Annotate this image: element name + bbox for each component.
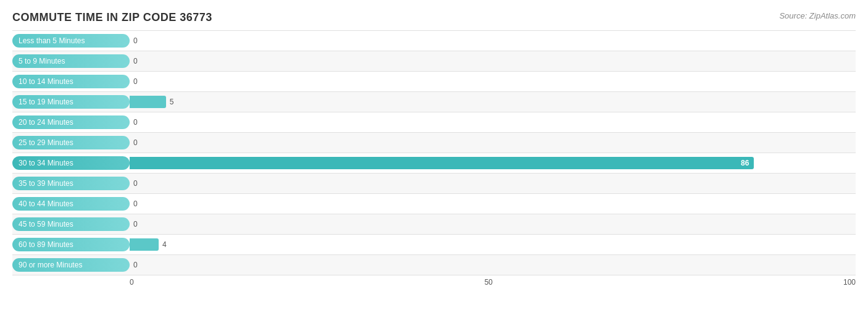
bar-row: 60 to 89 Minutes4 — [12, 235, 856, 255]
bar-value-outside: 0 — [133, 179, 138, 188]
bar-row: 15 to 19 Minutes5 — [12, 92, 856, 112]
bar-track: 0 — [130, 51, 856, 71]
bar-value-outside: 0 — [133, 77, 138, 86]
bar-label: 40 to 44 Minutes — [12, 197, 130, 211]
bar-label: 45 to 59 Minutes — [12, 217, 130, 231]
bar-track: 86 — [130, 153, 856, 173]
chart-title: COMMUTE TIME IN ZIP CODE 36773 — [12, 11, 856, 24]
bar-label: 30 to 34 Minutes — [12, 156, 130, 170]
x-axis-label: 100 — [843, 278, 856, 287]
bar-value-outside: 4 — [162, 240, 167, 249]
bar-value-outside: 0 — [133, 57, 138, 65]
bar-label: Less than 5 Minutes — [12, 34, 130, 48]
bar-value-outside: 0 — [133, 118, 138, 127]
bar-value-outside: 0 — [133, 36, 138, 45]
bar-row: 5 to 9 Minutes0 — [12, 51, 856, 72]
bar-value-outside: 0 — [133, 199, 138, 208]
bar-row: 90 or more Minutes0 — [12, 255, 856, 275]
source-label: Source: ZipAtlas.com — [779, 11, 856, 20]
bar-value-outside: 0 — [133, 220, 138, 229]
bar-track: 0 — [130, 174, 856, 193]
bar-track: 0 — [130, 194, 856, 214]
x-axis: 050100 — [12, 275, 856, 287]
x-axis-label: 50 — [485, 278, 493, 287]
bar-label: 25 to 29 Minutes — [12, 136, 130, 149]
bar-value-outside: 0 — [133, 138, 138, 147]
bar-row: Less than 5 Minutes0 — [12, 30, 856, 51]
bar-track: 0 — [130, 133, 856, 153]
bar-label: 60 to 89 Minutes — [12, 238, 130, 251]
bar-track: 0 — [130, 72, 856, 91]
bar-label: 15 to 19 Minutes — [12, 95, 130, 109]
bars-wrapper: Less than 5 Minutes05 to 9 Minutes010 to… — [12, 30, 856, 275]
bar-track: 4 — [130, 235, 856, 254]
bar-row: 30 to 34 Minutes86 — [12, 153, 856, 174]
bar-fill: 86 — [130, 157, 754, 169]
bar-label: 20 to 24 Minutes — [12, 115, 130, 129]
bar-label: 35 to 39 Minutes — [12, 177, 130, 190]
bar-row: 40 to 44 Minutes0 — [12, 194, 856, 214]
bar-row: 10 to 14 Minutes0 — [12, 72, 856, 92]
bar-track: 0 — [130, 112, 856, 132]
bar-label: 5 to 9 Minutes — [12, 54, 130, 68]
bar-track: 5 — [130, 92, 856, 112]
chart-container: COMMUTE TIME IN ZIP CODE 36773 Source: Z… — [0, 0, 868, 323]
bar-track: 0 — [130, 31, 856, 51]
bar-row: 35 to 39 Minutes0 — [12, 174, 856, 194]
bar-row: 45 to 59 Minutes0 — [12, 214, 856, 235]
bar-label: 90 or more Minutes — [12, 258, 130, 272]
bar-row: 25 to 29 Minutes0 — [12, 133, 856, 153]
x-axis-label: 0 — [130, 278, 134, 287]
bar-label: 10 to 14 Minutes — [12, 75, 130, 88]
bar-value-outside: 0 — [133, 261, 138, 269]
bar-value-outside: 5 — [170, 98, 174, 106]
bar-track: 0 — [130, 214, 856, 234]
chart-area: Less than 5 Minutes05 to 9 Minutes010 to… — [12, 30, 856, 287]
bar-track: 0 — [130, 255, 856, 275]
x-axis-labels: 050100 — [130, 278, 856, 287]
bar-value: 86 — [741, 159, 749, 167]
bar-fill — [130, 238, 159, 250]
bar-fill — [130, 96, 166, 107]
bar-row: 20 to 24 Minutes0 — [12, 112, 856, 133]
